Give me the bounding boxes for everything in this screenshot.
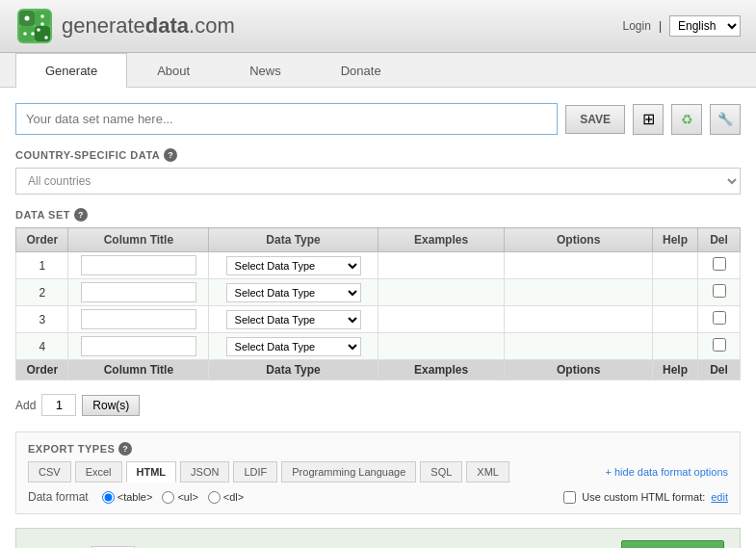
custom-html-group: Use custom HTML format: edit bbox=[563, 491, 728, 504]
th-order: Order bbox=[16, 228, 68, 252]
format-ul-label: <ul> bbox=[177, 491, 197, 503]
row2-type: Select Data Type bbox=[209, 279, 378, 306]
row1-options bbox=[505, 252, 653, 279]
tfoot-title: Column Title bbox=[68, 360, 209, 380]
export-tab-html[interactable]: HTML bbox=[126, 461, 177, 483]
dataset-name-input[interactable] bbox=[15, 103, 558, 135]
export-tab-excel[interactable]: Excel bbox=[75, 461, 122, 483]
th-examples: Examples bbox=[378, 228, 505, 252]
format-dl-label: <dl> bbox=[223, 491, 244, 503]
custom-html-label: Use custom HTML format: bbox=[582, 491, 705, 503]
export-tab-programming[interactable]: Programming Language bbox=[281, 461, 416, 483]
svg-point-8 bbox=[23, 32, 27, 36]
add-count-input[interactable] bbox=[41, 394, 76, 416]
th-column-title: Column Title bbox=[68, 228, 209, 252]
wrench-icon-button[interactable]: 🔧 bbox=[710, 104, 741, 135]
table-row: 2 Select Data Type bbox=[16, 279, 741, 306]
tfoot-help: Help bbox=[652, 360, 697, 380]
th-data-type: Data Type bbox=[209, 228, 378, 252]
row3-title bbox=[68, 306, 209, 333]
row4-type-select[interactable]: Select Data Type bbox=[226, 337, 361, 356]
table-row: 3 Select Data Type bbox=[16, 306, 741, 333]
row1-del-checkbox[interactable] bbox=[713, 257, 726, 271]
tab-donate[interactable]: Donate bbox=[311, 53, 411, 88]
logo-generate: generate bbox=[62, 13, 145, 38]
save-button[interactable]: SAVE bbox=[565, 105, 625, 134]
row4-title-input[interactable] bbox=[81, 336, 196, 356]
hide-data-format-link[interactable]: + hide data format options bbox=[606, 466, 729, 478]
export-tab-sql[interactable]: SQL bbox=[420, 461, 462, 483]
export-types-label: EXPORT TYPES ? bbox=[28, 442, 728, 456]
row1-type-select[interactable]: Select Data Type bbox=[226, 256, 361, 275]
generate-button[interactable]: Generate bbox=[621, 540, 724, 548]
tab-about[interactable]: About bbox=[127, 53, 220, 88]
logo-domain: .com bbox=[189, 13, 235, 38]
data-format-label: Data format bbox=[28, 490, 89, 504]
add-rows-button[interactable]: Row(s) bbox=[82, 395, 140, 416]
format-dl-option[interactable]: <dl> bbox=[208, 491, 244, 504]
row2-title-input[interactable] bbox=[81, 282, 196, 302]
edit-link[interactable]: edit bbox=[711, 491, 728, 503]
data-format-row: Data format <table> <ul> <dl> Use custom… bbox=[28, 490, 728, 504]
th-del: Del bbox=[698, 228, 741, 252]
svg-point-10 bbox=[37, 28, 40, 32]
dataset-section-label: DATA SET ? bbox=[15, 208, 741, 222]
row1-order: 1 bbox=[16, 252, 68, 279]
row4-help bbox=[652, 333, 697, 360]
row2-type-select[interactable]: Select Data Type bbox=[226, 283, 361, 302]
export-tab-json[interactable]: JSON bbox=[180, 461, 229, 483]
row3-title-input[interactable] bbox=[81, 309, 196, 329]
format-dl-radio[interactable] bbox=[208, 491, 221, 504]
main-content: SAVE ⊞ ♻ 🔧 COUNTRY-SPECIFIC DATA ? All c… bbox=[0, 88, 756, 548]
row4-del bbox=[698, 333, 741, 360]
row3-type-select[interactable]: Select Data Type bbox=[226, 310, 361, 329]
table-icon: ⊞ bbox=[642, 110, 655, 128]
export-tab-ldif[interactable]: LDIF bbox=[233, 461, 277, 483]
row1-type: Select Data Type bbox=[209, 252, 378, 279]
export-tab-csv[interactable]: CSV bbox=[28, 461, 71, 483]
separator: | bbox=[659, 19, 662, 33]
row3-del bbox=[698, 306, 741, 333]
tab-news[interactable]: News bbox=[220, 53, 311, 88]
svg-point-6 bbox=[40, 14, 44, 18]
tfoot-options: Options bbox=[505, 360, 653, 380]
row2-del-checkbox[interactable] bbox=[713, 284, 726, 298]
country-help-icon[interactable]: ? bbox=[164, 148, 177, 162]
add-rows-row: Add Row(s) bbox=[15, 394, 741, 416]
custom-html-checkbox[interactable] bbox=[563, 491, 576, 504]
row2-del bbox=[698, 279, 741, 306]
row2-options bbox=[505, 279, 653, 306]
row3-del-checkbox[interactable] bbox=[713, 311, 726, 325]
export-help-icon[interactable]: ? bbox=[118, 442, 132, 456]
format-table-radio[interactable] bbox=[102, 491, 115, 504]
country-select[interactable]: All countries bbox=[15, 168, 741, 195]
row1-title bbox=[68, 252, 209, 279]
row2-order: 2 bbox=[16, 279, 68, 306]
recycle-icon: ♻ bbox=[681, 112, 693, 127]
login-link[interactable]: Login bbox=[623, 19, 651, 33]
export-label-text: EXPORT TYPES bbox=[28, 443, 115, 455]
row2-help bbox=[652, 279, 697, 306]
tfoot-order: Order bbox=[16, 360, 68, 380]
table-icon-button[interactable]: ⊞ bbox=[633, 104, 664, 135]
country-section-label: COUNTRY-SPECIFIC DATA ? bbox=[15, 148, 741, 162]
table-row: 1 Select Data Type bbox=[16, 252, 741, 279]
wrench-icon: 🔧 bbox=[717, 112, 733, 126]
language-select[interactable]: English French German bbox=[669, 15, 741, 37]
format-table-option[interactable]: <table> bbox=[102, 491, 153, 504]
dataset-section: DATA SET ? Order Column Title Data Type … bbox=[15, 208, 741, 380]
row3-type: Select Data Type bbox=[209, 306, 378, 333]
logo-text: generatedata.com bbox=[62, 13, 235, 39]
row1-title-input[interactable] bbox=[81, 255, 196, 275]
row1-del bbox=[698, 252, 741, 279]
table-row: 4 Select Data Type bbox=[16, 333, 741, 360]
dataset-help-icon[interactable]: ? bbox=[74, 208, 88, 222]
recycle-icon-button[interactable]: ♻ bbox=[671, 104, 702, 135]
add-label: Add bbox=[15, 399, 36, 412]
format-ul-option[interactable]: <ul> bbox=[162, 491, 197, 504]
export-tab-xml[interactable]: XML bbox=[466, 461, 509, 483]
row4-del-checkbox[interactable] bbox=[713, 338, 726, 352]
format-ul-radio[interactable] bbox=[162, 491, 174, 504]
tab-generate[interactable]: Generate bbox=[15, 53, 127, 88]
tfoot-del: Del bbox=[698, 360, 741, 380]
